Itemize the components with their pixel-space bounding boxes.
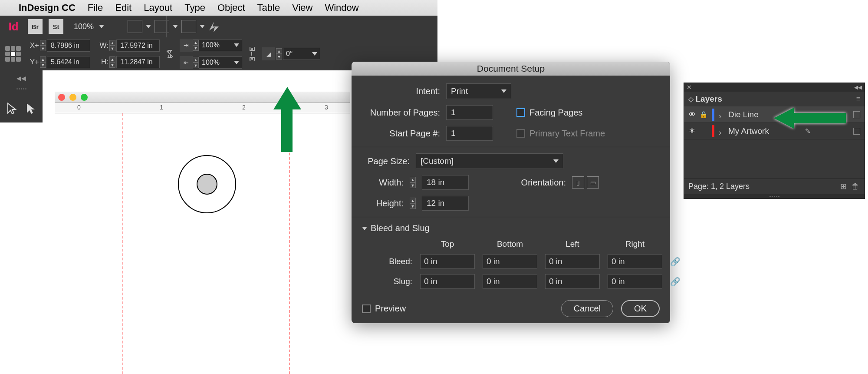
layer-name[interactable]: My Artwork xyxy=(728,126,769,136)
layer-name[interactable]: Die Line xyxy=(728,110,759,119)
bleed-bottom-input[interactable] xyxy=(483,254,537,269)
screen-mode-button[interactable] xyxy=(155,20,169,33)
selection-tool[interactable] xyxy=(2,99,21,118)
menu-view[interactable]: View xyxy=(292,2,312,13)
ruler-tick: 1 xyxy=(160,104,163,111)
bleed-slug-section[interactable]: Bleed and Slug xyxy=(362,223,660,233)
zoom-window-button[interactable] xyxy=(81,94,88,101)
disclosure-icon[interactable]: › xyxy=(719,111,726,118)
x-position-input[interactable] xyxy=(47,40,90,52)
x-stepper[interactable]: ▲▼ xyxy=(40,40,46,51)
scale-x-input[interactable]: 100% xyxy=(199,39,242,51)
panel-close-icon[interactable]: ✕ xyxy=(687,84,692,91)
guide-line[interactable] xyxy=(122,113,123,374)
col-top: Top xyxy=(420,239,475,249)
layer-selection-indicator[interactable] xyxy=(853,128,860,135)
orientation-portrait-button[interactable]: ▯ xyxy=(572,176,584,189)
slug-right-input[interactable] xyxy=(608,274,662,289)
direct-selection-tool[interactable] xyxy=(21,99,40,118)
x-label: X+ xyxy=(26,41,39,50)
w-stepper[interactable]: ▲▼ xyxy=(109,40,115,51)
slug-bottom-input[interactable] xyxy=(483,274,537,289)
reference-point-selector[interactable] xyxy=(5,46,21,62)
visibility-toggle-icon[interactable]: 👁 xyxy=(687,111,698,119)
scale-y-stepper[interactable]: ▲▼ xyxy=(193,57,199,68)
bridge-button[interactable]: Br xyxy=(28,19,43,34)
facing-pages-checkbox[interactable] xyxy=(516,108,525,117)
panel-collapse-icon[interactable]: ◀◀ xyxy=(854,84,862,90)
intent-label: Intent: xyxy=(362,86,440,96)
view-options-button[interactable] xyxy=(128,20,142,33)
page-size-label: Page Size: xyxy=(362,156,410,166)
layers-tab[interactable]: Layers xyxy=(695,94,722,103)
zoom-value: 100% xyxy=(74,22,94,31)
app-menu[interactable]: InDesign CC xyxy=(19,2,76,13)
disclosure-icon[interactable]: › xyxy=(719,128,726,135)
page-height-stepper[interactable]: ▲▼ xyxy=(410,198,416,209)
panel-resize-grip[interactable] xyxy=(684,194,865,199)
menu-file[interactable]: File xyxy=(88,2,103,13)
page-height-input[interactable] xyxy=(422,196,469,211)
horizontal-ruler[interactable]: 0 1 2 3 xyxy=(55,103,350,113)
pen-indicator-icon: ✎ xyxy=(805,127,814,135)
constrain-wh-link-icon[interactable] xyxy=(165,49,174,59)
page-size-dropdown[interactable]: [Custom] xyxy=(416,153,563,169)
y-stepper[interactable]: ▲▼ xyxy=(40,56,46,68)
slug-link-icon[interactable]: 🔗 xyxy=(670,277,687,287)
document-canvas[interactable] xyxy=(55,113,350,374)
artwork-circle[interactable] xyxy=(178,155,236,213)
menu-window[interactable]: Window xyxy=(325,2,358,13)
layer-selection-indicator[interactable] xyxy=(853,111,860,118)
gpu-performance-icon[interactable] xyxy=(208,21,220,32)
orientation-landscape-button[interactable]: ▭ xyxy=(587,176,599,189)
bleed-left-input[interactable] xyxy=(545,254,600,269)
width-input[interactable] xyxy=(116,40,160,52)
minimize-window-button[interactable] xyxy=(69,94,76,101)
bleed-slug-title: Bleed and Slug xyxy=(371,223,430,233)
menu-type[interactable]: Type xyxy=(184,2,205,13)
slug-top-input[interactable] xyxy=(420,274,475,289)
visibility-toggle-icon[interactable]: 👁 xyxy=(687,127,698,135)
bleed-right-input[interactable] xyxy=(608,254,662,269)
lock-icon[interactable]: 🔒 xyxy=(698,111,709,119)
panel-menu-icon[interactable]: ≡ xyxy=(856,95,860,103)
dialog-title: Document Setup xyxy=(352,62,670,76)
preview-checkbox[interactable] xyxy=(362,304,371,313)
y-position-input[interactable] xyxy=(47,56,90,68)
height-input[interactable] xyxy=(116,56,160,68)
start-page-input[interactable] xyxy=(446,126,493,141)
rotation-input[interactable]: 0° xyxy=(283,48,320,60)
annotation-arrow-up-stem xyxy=(281,104,293,152)
constrain-scale-link-icon[interactable] xyxy=(247,47,257,61)
rotation-stepper[interactable]: ▲▼ xyxy=(276,48,282,60)
stock-button[interactable]: St xyxy=(49,19,63,34)
page-width-input[interactable] xyxy=(422,175,469,190)
menu-edit[interactable]: Edit xyxy=(115,2,132,13)
arrange-documents-button[interactable] xyxy=(181,20,196,33)
slug-left-input[interactable] xyxy=(545,274,600,289)
guide-line[interactable] xyxy=(289,113,290,374)
chevron-down-icon xyxy=(173,25,178,28)
menu-layout[interactable]: Layout xyxy=(144,2,172,13)
h-stepper[interactable]: ▲▼ xyxy=(109,56,115,68)
menu-object[interactable]: Object xyxy=(217,2,245,13)
delete-layer-icon[interactable]: 🗑 xyxy=(851,182,860,192)
scale-x-stepper[interactable]: ▲▼ xyxy=(193,40,199,51)
bleed-link-icon[interactable]: 🔗 xyxy=(670,257,687,267)
collapse-panel-icon[interactable]: ◀◀ xyxy=(2,75,41,82)
new-layer-icon[interactable]: ⊞ xyxy=(839,182,848,191)
ok-button[interactable]: OK xyxy=(621,300,660,317)
indesign-logo-icon: Id xyxy=(5,18,22,35)
number-of-pages-input[interactable] xyxy=(446,105,493,120)
scale-y-input[interactable]: 100% xyxy=(199,56,242,69)
bleed-top-input[interactable] xyxy=(420,254,475,269)
zoom-level-dropdown[interactable]: 100% xyxy=(69,22,108,31)
page-width-stepper[interactable]: ▲▼ xyxy=(410,177,416,188)
close-window-button[interactable] xyxy=(58,94,65,101)
cancel-button[interactable]: Cancel xyxy=(561,300,613,317)
menu-table[interactable]: Table xyxy=(257,2,280,13)
chevron-down-icon xyxy=(200,25,205,28)
chevron-down-icon xyxy=(146,25,151,28)
artwork-inner-circle xyxy=(197,174,217,195)
intent-dropdown[interactable]: Print xyxy=(446,83,511,99)
